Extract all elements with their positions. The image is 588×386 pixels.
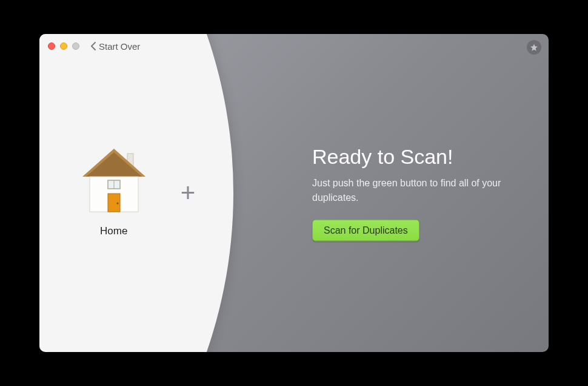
plus-icon: + <box>181 178 196 207</box>
start-over-button[interactable]: Start Over <box>90 41 140 52</box>
scan-headline: Ready to Scan! <box>312 145 524 169</box>
home-folder-tile[interactable]: Home <box>78 149 150 237</box>
titlebar: Start Over <box>39 34 549 58</box>
scan-sources-area: Home + <box>39 149 233 237</box>
home-folder-icon <box>78 149 150 215</box>
svg-point-7 <box>116 203 118 205</box>
scan-subtext: Just push the green button to find all o… <box>312 176 524 205</box>
app-window: Start Over Ho <box>39 34 549 352</box>
window-controls <box>48 42 79 50</box>
home-folder-label: Home <box>100 225 127 237</box>
fullscreen-window-button[interactable] <box>72 42 79 50</box>
scan-for-duplicates-button[interactable]: Scan for Duplicates <box>312 220 419 242</box>
favorites-button[interactable] <box>527 40 541 55</box>
minimize-window-button[interactable] <box>60 42 67 50</box>
star-icon <box>530 43 538 52</box>
add-folder-button[interactable]: + <box>181 180 196 206</box>
scan-prompt-panel: Ready to Scan! Just push the green butto… <box>312 145 524 242</box>
close-window-button[interactable] <box>48 42 55 50</box>
chevron-left-icon <box>90 41 96 51</box>
start-over-label: Start Over <box>99 41 140 52</box>
